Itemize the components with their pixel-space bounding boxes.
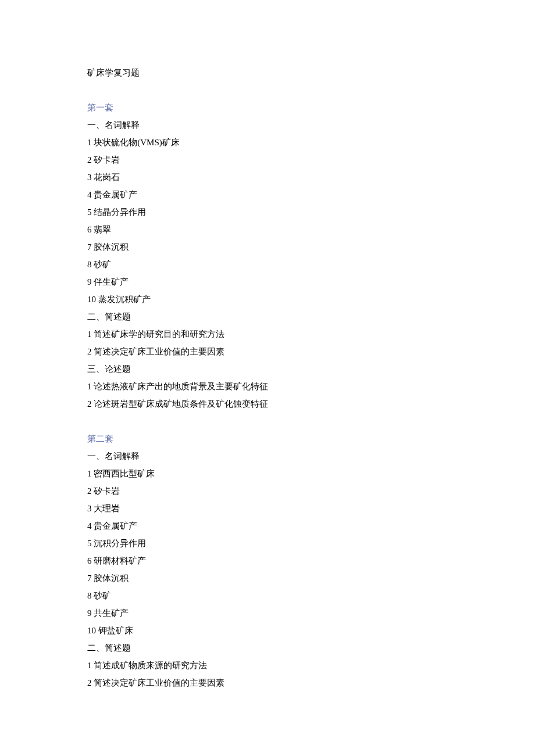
list-item: 8 砂矿 (87, 587, 448, 604)
list-item: 8 砂矿 (87, 256, 448, 273)
list-item: 7 胶体沉积 (87, 238, 448, 256)
set-header: 第一套 (87, 99, 448, 116)
list-item: 6 翡翠 (87, 221, 448, 238)
list-item: 3 花岗石 (87, 169, 448, 186)
list-item: 1 密西西比型矿床 (87, 465, 448, 482)
part-heading: 二、简述题 (87, 308, 448, 325)
list-item: 5 沉积分异作用 (87, 535, 448, 552)
document-page: 矿床学复习题 第一套 一、名词解释 1 块状硫化物(VMS)矿床 2 矽卡岩 3… (0, 0, 535, 726)
list-item: 4 贵金属矿产 (87, 186, 448, 203)
list-item: 5 结晶分异作用 (87, 203, 448, 221)
list-item: 2 矽卡岩 (87, 482, 448, 500)
list-item: 9 共生矿产 (87, 604, 448, 622)
list-item: 7 胶体沉积 (87, 569, 448, 587)
list-item: 2 简述决定矿床工业价值的主要因素 (87, 674, 448, 691)
document-title: 矿床学复习题 (87, 64, 448, 81)
list-item: 1 简述成矿物质来源的研究方法 (87, 657, 448, 674)
list-item: 2 论述斑岩型矿床成矿地质条件及矿化蚀变特征 (87, 395, 448, 413)
list-item: 6 研磨材料矿产 (87, 552, 448, 569)
part-heading: 二、简述题 (87, 639, 448, 657)
list-item: 1 简述矿床学的研究目的和研究方法 (87, 325, 448, 343)
list-item: 10 蒸发沉积矿产 (87, 291, 448, 308)
list-item: 2 简述决定矿床工业价值的主要因素 (87, 343, 448, 360)
part-heading: 三、论述题 (87, 360, 448, 378)
set-header: 第二套 (87, 430, 448, 447)
part-heading: 一、名词解释 (87, 116, 448, 134)
list-item: 2 矽卡岩 (87, 151, 448, 169)
list-item: 1 块状硫化物(VMS)矿床 (87, 134, 448, 151)
part-heading: 一、名词解释 (87, 447, 448, 465)
list-item: 3 大理岩 (87, 500, 448, 517)
list-item: 10 钾盐矿床 (87, 622, 448, 639)
list-item: 1 论述热液矿床产出的地质背景及主要矿化特征 (87, 378, 448, 395)
list-item: 4 贵金属矿产 (87, 517, 448, 535)
list-item: 9 伴生矿产 (87, 273, 448, 291)
